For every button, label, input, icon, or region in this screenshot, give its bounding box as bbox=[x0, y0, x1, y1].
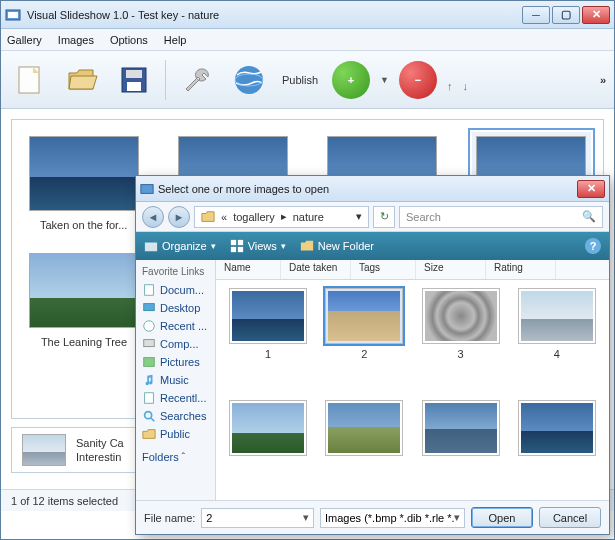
new-folder-button[interactable]: New Folder bbox=[300, 239, 374, 253]
svg-rect-20 bbox=[145, 393, 154, 404]
pictures-icon bbox=[142, 355, 156, 369]
file-item[interactable]: 3 bbox=[417, 288, 505, 392]
organize-button[interactable]: Organize bbox=[144, 239, 216, 253]
sidebar-item-pictures[interactable]: Pictures bbox=[138, 353, 213, 371]
filename-input[interactable]: 2 ▾ bbox=[201, 508, 314, 528]
svg-rect-13 bbox=[231, 247, 236, 252]
sidebar-item-music[interactable]: Music bbox=[138, 371, 213, 389]
views-button[interactable]: Views bbox=[230, 239, 286, 253]
col-size[interactable]: Size bbox=[416, 260, 486, 279]
file-item[interactable]: 2 bbox=[320, 288, 408, 392]
save-button[interactable] bbox=[113, 59, 155, 101]
toolbar-overflow[interactable]: » bbox=[600, 74, 606, 86]
close-button[interactable]: ✕ bbox=[582, 6, 610, 24]
breadcrumb-seg[interactable]: togallery bbox=[233, 211, 275, 223]
dialog-close-button[interactable]: ✕ bbox=[577, 180, 605, 198]
file-item[interactable]: 4 bbox=[513, 288, 601, 392]
svg-rect-5 bbox=[126, 70, 142, 78]
folder-open-icon bbox=[65, 63, 99, 97]
publish-button[interactable] bbox=[228, 59, 270, 101]
dialog-footer: File name: 2 ▾ Images (*.bmp *.dib *.rle… bbox=[136, 500, 609, 534]
file-item[interactable]: 1 bbox=[224, 288, 312, 392]
col-rating[interactable]: Rating bbox=[486, 260, 556, 279]
svg-line-22 bbox=[151, 418, 155, 422]
floppy-disk-icon bbox=[117, 63, 151, 97]
help-button[interactable]: ? bbox=[585, 238, 601, 254]
menu-gallery[interactable]: Gallery bbox=[7, 34, 42, 46]
new-folder-icon bbox=[300, 239, 314, 253]
sidebar-item-documents[interactable]: Docum... bbox=[138, 281, 213, 299]
wrench-icon bbox=[180, 63, 214, 97]
folder-icon bbox=[201, 210, 215, 224]
open-button[interactable]: Open bbox=[471, 507, 533, 528]
sidebar-item-searches[interactable]: Searches bbox=[138, 407, 213, 425]
svg-rect-9 bbox=[141, 184, 153, 193]
column-headers: Name Date taken Tags Size Rating bbox=[216, 260, 609, 280]
settings-button[interactable] bbox=[176, 59, 218, 101]
svg-rect-1 bbox=[8, 12, 18, 18]
file-item[interactable] bbox=[320, 400, 408, 492]
svg-point-17 bbox=[144, 321, 155, 332]
menu-help[interactable]: Help bbox=[164, 34, 187, 46]
thumb-image bbox=[29, 253, 139, 328]
menu-images[interactable]: Images bbox=[58, 34, 94, 46]
sidebar-item-recent[interactable]: Recent ... bbox=[138, 317, 213, 335]
filetype-filter[interactable]: Images (*.bmp *.dib *.rle *.jpg * ▾ bbox=[320, 508, 465, 528]
menubar: Gallery Images Options Help bbox=[1, 29, 614, 51]
breadcrumb[interactable]: « togallery ▸ nature ▾ bbox=[194, 206, 369, 228]
col-tags[interactable]: Tags bbox=[351, 260, 416, 279]
nav-back-button[interactable]: ◄ bbox=[142, 206, 164, 228]
detail-text: Sanity Ca Interestin bbox=[76, 436, 124, 465]
search-input[interactable]: Search 🔍 bbox=[399, 206, 603, 228]
gallery-thumb[interactable]: Taken on the for... bbox=[24, 132, 143, 231]
file-item[interactable] bbox=[224, 400, 312, 492]
gallery-thumb[interactable]: The Leaning Tree bbox=[24, 249, 144, 348]
dialog-navbar: ◄ ► « togallery ▸ nature ▾ ↻ Search 🔍 bbox=[136, 202, 609, 232]
remove-button[interactable]: − bbox=[399, 61, 437, 99]
svg-rect-16 bbox=[144, 304, 155, 311]
arrow-left-icon: ◄ bbox=[148, 211, 159, 223]
dialog-body: Favorite Links Docum... Desktop Recent .… bbox=[136, 260, 609, 500]
detail-line2: Interestin bbox=[76, 450, 124, 464]
svg-rect-15 bbox=[145, 285, 154, 296]
file-item[interactable] bbox=[513, 400, 601, 492]
svg-rect-14 bbox=[238, 247, 243, 252]
publish-label: Publish bbox=[282, 74, 318, 86]
move-down-button[interactable]: ↓ bbox=[463, 63, 469, 97]
filename-label: File name: bbox=[144, 512, 195, 524]
sidebar-item-public[interactable]: Public bbox=[138, 425, 213, 443]
svg-rect-18 bbox=[144, 340, 155, 347]
refresh-button[interactable]: ↻ bbox=[373, 206, 395, 228]
add-dropdown[interactable]: ▼ bbox=[380, 75, 389, 85]
sidebar-item-computer[interactable]: Comp... bbox=[138, 335, 213, 353]
breadcrumb-sep: « bbox=[221, 211, 227, 223]
open-button[interactable] bbox=[61, 59, 103, 101]
sidebar-item-recently[interactable]: Recentl... bbox=[138, 389, 213, 407]
add-button[interactable]: + bbox=[332, 61, 370, 99]
search-placeholder: Search bbox=[406, 211, 441, 223]
main-toolbar: Publish + ▼ − ↑ ↓ » bbox=[1, 51, 614, 109]
folders-toggle[interactable]: Folders ˆ bbox=[138, 447, 213, 467]
dialog-sidebar: Favorite Links Docum... Desktop Recent .… bbox=[136, 260, 216, 500]
nav-forward-button[interactable]: ► bbox=[168, 206, 190, 228]
breadcrumb-sep: ▸ bbox=[281, 210, 287, 223]
sidebar-item-desktop[interactable]: Desktop bbox=[138, 299, 213, 317]
globe-icon bbox=[232, 63, 266, 97]
maximize-button[interactable]: ▢ bbox=[552, 6, 580, 24]
move-up-button[interactable]: ↑ bbox=[447, 63, 453, 97]
minimize-button[interactable]: ─ bbox=[522, 6, 550, 24]
svg-point-7 bbox=[235, 66, 263, 94]
thumb-caption: The Leaning Tree bbox=[24, 336, 144, 348]
file-item[interactable] bbox=[417, 400, 505, 492]
public-folder-icon bbox=[142, 427, 156, 441]
desktop-icon bbox=[142, 301, 156, 315]
new-button[interactable] bbox=[9, 59, 51, 101]
breadcrumb-seg[interactable]: nature bbox=[293, 211, 324, 223]
col-name[interactable]: Name bbox=[216, 260, 281, 279]
col-date[interactable]: Date taken bbox=[281, 260, 351, 279]
menu-options[interactable]: Options bbox=[110, 34, 148, 46]
search-icon: 🔍 bbox=[582, 210, 596, 223]
cancel-button[interactable]: Cancel bbox=[539, 507, 601, 528]
breadcrumb-drop[interactable]: ▾ bbox=[356, 210, 362, 223]
arrow-right-icon: ► bbox=[174, 211, 185, 223]
